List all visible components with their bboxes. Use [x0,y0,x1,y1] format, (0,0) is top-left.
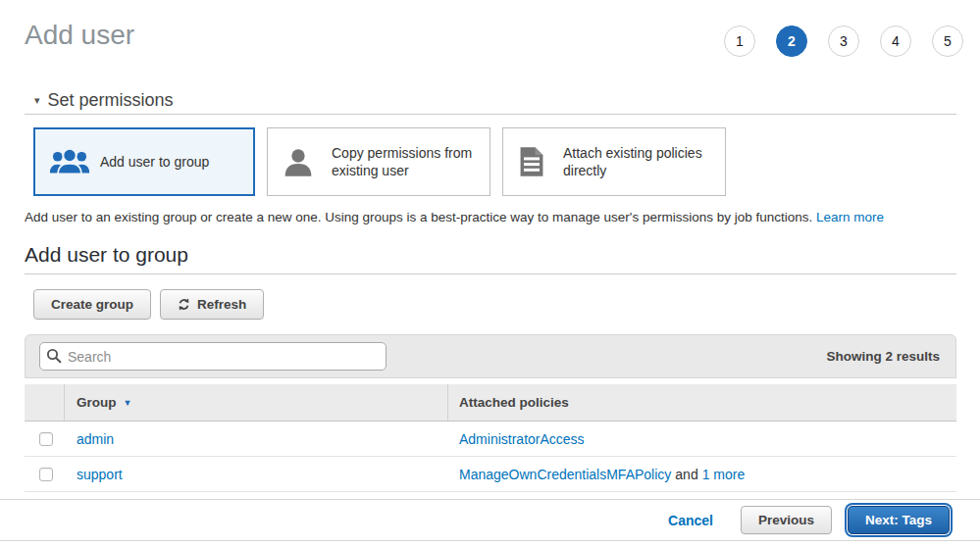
step-2-active[interactable]: 2 [776,25,807,57]
next-tags-button[interactable]: Next: Tags [848,506,950,534]
header-group-column[interactable]: Group ▼ [65,384,448,421]
learn-more-link[interactable]: Learn more [816,210,884,224]
row-checkbox[interactable] [39,432,53,446]
add-user-to-group-title: Add user to group [25,243,980,267]
table-row: support ManageOwnCredentialsMFAPolicyand… [25,457,956,492]
cancel-button[interactable]: Cancel [668,513,713,528]
refresh-button[interactable]: Refresh [160,289,264,320]
description-text: Add user to an existing group or create … [25,210,812,224]
set-permissions-header[interactable]: ▾ Set permissions [25,90,980,110]
step-indicator: 1 2 3 4 5 [724,25,963,57]
step-5[interactable]: 5 [932,25,963,57]
policy-more-link[interactable]: 1 more [702,467,746,482]
option-label: Add user to group [100,153,209,171]
row-checkbox[interactable] [39,468,53,481]
search-input[interactable] [39,342,387,371]
group-icon [49,146,90,177]
search-icon [46,348,62,368]
row-policies-cell: AdministratorAccess [448,422,956,456]
wizard-footer: Cancel Previous Next: Tags [0,499,980,541]
previous-button[interactable]: Previous [741,506,832,534]
option-label: Copy permissions from existing user [332,144,484,179]
option-copy-permissions[interactable]: Copy permissions from existing user [267,127,490,196]
step-1[interactable]: 1 [724,25,755,57]
collapse-caret-icon: ▾ [34,90,40,110]
header-checkbox-cell [25,384,65,421]
group-link[interactable]: support [77,467,123,482]
user-icon [283,146,314,177]
refresh-label: Refresh [197,297,246,312]
table-row: admin AdministratorAccess [25,422,956,457]
group-link[interactable]: admin [77,431,114,447]
row-checkbox-cell [25,457,65,491]
refresh-icon [178,298,190,311]
row-group-cell: admin [65,422,448,456]
table-header-row: Group ▼ Attached policies [25,384,956,422]
option-label: Attach existing policies directly [563,144,715,179]
document-icon [518,146,545,177]
group-column-label: Group [77,395,117,410]
row-group-cell: support [65,457,448,491]
policies-column-label: Attached policies [459,395,569,410]
table-actions: Create group Refresh [33,289,980,320]
groups-table: Showing 2 results Group ▼ Attached polic… [25,334,956,492]
row-checkbox-cell [25,422,65,456]
policy-link[interactable]: AdministratorAccess [459,431,585,447]
option-add-user-to-group[interactable]: Add user to group [33,127,255,196]
policy-link[interactable]: ManageOwnCredentialsMFAPolicy [459,467,671,482]
divider [25,114,956,115]
create-group-button[interactable]: Create group [33,289,151,320]
header-policies-column: Attached policies [448,384,956,421]
search-box [39,342,387,371]
sort-caret-icon: ▼ [124,398,132,408]
option-attach-policies[interactable]: Attach existing policies directly [502,127,726,196]
policy-join-text: and [675,467,697,482]
step-4[interactable]: 4 [880,25,911,57]
permissions-description: Add user to an existing group or create … [25,209,956,225]
permission-option-cards: Add user to group Copy permissions from … [33,127,980,196]
step-3[interactable]: 3 [828,25,859,57]
results-count: Showing 2 results [826,349,940,364]
divider [25,273,956,274]
set-permissions-title: Set permissions [48,90,174,110]
table-toolbar: Showing 2 results [25,334,956,378]
row-policies-cell: ManageOwnCredentialsMFAPolicyand1 more [448,457,956,491]
